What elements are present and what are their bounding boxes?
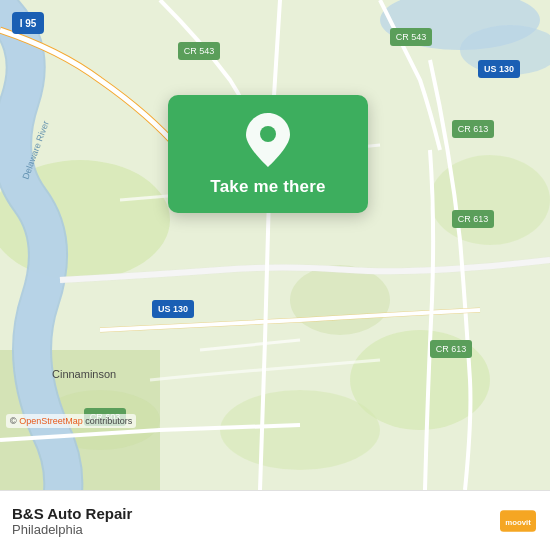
- osm-link[interactable]: OpenStreetMap: [19, 416, 83, 426]
- moovit-logo: moovit: [500, 503, 536, 539]
- svg-point-30: [260, 126, 276, 142]
- svg-text:CR 613: CR 613: [436, 344, 467, 354]
- svg-point-6: [290, 265, 390, 335]
- svg-point-3: [220, 390, 380, 470]
- svg-text:moovit: moovit: [505, 518, 531, 527]
- svg-text:I 95: I 95: [20, 18, 37, 29]
- osm-attribution: © OpenStreetMap contributors: [6, 414, 136, 428]
- map-container: I 95 CR 543 CR 543 US 130 CR 613 CR 613 …: [0, 0, 550, 490]
- take-me-there-button[interactable]: Take me there: [210, 177, 325, 197]
- moovit-icon: moovit: [500, 503, 536, 539]
- location-card[interactable]: Take me there: [168, 95, 368, 213]
- svg-text:CR 613: CR 613: [458, 214, 489, 224]
- svg-text:CR 543: CR 543: [184, 46, 215, 56]
- svg-point-5: [430, 155, 550, 245]
- svg-text:US 130: US 130: [484, 64, 514, 74]
- location-pin-icon: [246, 113, 290, 167]
- svg-text:CR 613: CR 613: [458, 124, 489, 134]
- svg-text:CR 543: CR 543: [396, 32, 427, 42]
- place-name: B&S Auto Repair: [12, 505, 132, 522]
- place-city: Philadelphia: [12, 522, 132, 537]
- place-info: B&S Auto Repair Philadelphia: [12, 505, 132, 537]
- bottom-bar: B&S Auto Repair Philadelphia moovit: [0, 490, 550, 550]
- svg-text:US 130: US 130: [158, 304, 188, 314]
- svg-text:Cinnaminson: Cinnaminson: [52, 368, 116, 380]
